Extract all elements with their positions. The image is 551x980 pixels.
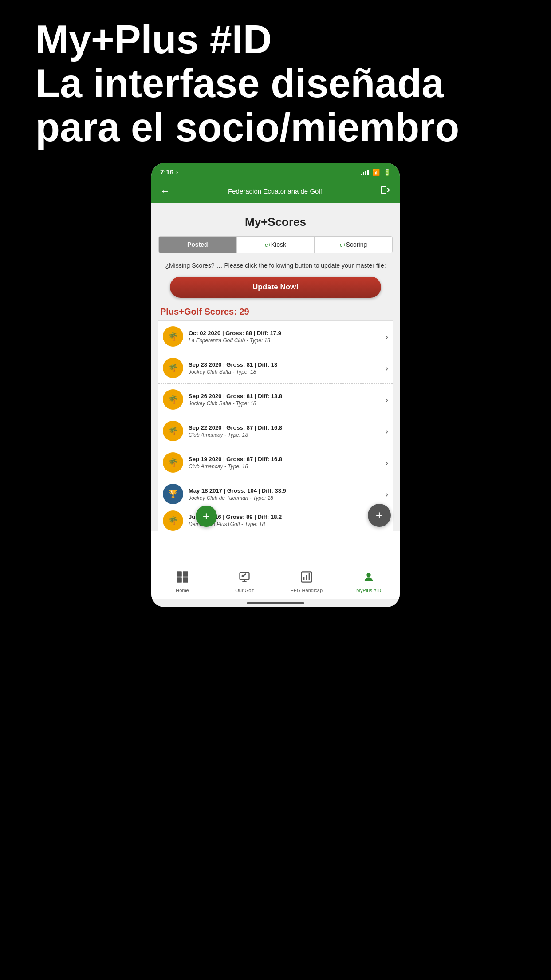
- score-info: May 18 2017 | Gross: 104 | Diff: 33.9 Jo…: [189, 487, 382, 501]
- bottom-nav-our-golf-label: Our Golf: [235, 588, 254, 593]
- fab-add-dark-button[interactable]: +: [368, 504, 391, 527]
- svg-text:🌴: 🌴: [168, 363, 178, 373]
- score-icon-palm: 🌴: [163, 510, 183, 531]
- outer-title-block: My+Plus #ID La interfase diseñada para e…: [0, 0, 551, 163]
- home-icon: [176, 571, 189, 586]
- bottom-nav: Home Our Golf FEG Handicap MyPlus #ID: [151, 567, 400, 599]
- bottom-nav-myplus-id[interactable]: MyPlus #ID: [338, 571, 400, 593]
- chevron-right-icon: ›: [385, 332, 388, 342]
- location-icon: ›: [176, 169, 178, 175]
- chevron-right-icon: ›: [385, 426, 388, 436]
- score-icon-palm: 🌴: [163, 421, 183, 441]
- feg-handicap-icon: [300, 571, 313, 586]
- score-info: Jun 08 2016 | Gross: 89 | Diff: 18.2 Dem…: [189, 514, 382, 527]
- nav-bar: ← Federación Ecuatoriana de Golf: [151, 179, 400, 203]
- list-item[interactable]: 🌴 Sep 22 2020 | Gross: 87 | Diff: 16.8 C…: [158, 415, 393, 447]
- score-info: Sep 22 2020 | Gross: 87 | Diff: 16.8 Clu…: [189, 424, 382, 438]
- battery-icon: 🔋: [383, 169, 391, 176]
- our-golf-icon: [238, 571, 251, 586]
- chevron-right-icon: ›: [385, 395, 388, 405]
- svg-text:🌴: 🌴: [168, 516, 178, 526]
- svg-rect-18: [240, 573, 249, 580]
- bottom-nav-home-label: Home: [176, 588, 189, 593]
- bottom-nav-feg-handicap-label: FEG Handicap: [291, 588, 323, 593]
- score-icon-palm: 🌴: [163, 358, 183, 378]
- svg-rect-14: [177, 571, 182, 577]
- score-icon-palm: 🌴: [163, 326, 183, 347]
- svg-text:🌴: 🌴: [168, 458, 178, 467]
- home-indicator: [151, 599, 400, 607]
- time-display: 7:16: [160, 168, 173, 176]
- chevron-right-icon: ›: [385, 363, 388, 373]
- score-info: Oct 02 2020 | Gross: 88 | Diff: 17.9 La …: [189, 330, 382, 344]
- scores-heading: Plus+Golf Scores: 29: [160, 307, 393, 317]
- score-icon-trophy: 🏆: [163, 484, 183, 504]
- status-bar-left: 7:16 ›: [160, 168, 178, 176]
- main-content: My+Scores Posted e+Kiosk e+Scoring ¿Miss…: [151, 203, 400, 531]
- bottom-nav-feg-handicap[interactable]: FEG Handicap: [276, 571, 338, 593]
- svg-text:🌴: 🌴: [168, 332, 178, 341]
- update-now-button[interactable]: Update Now!: [170, 277, 381, 298]
- back-button[interactable]: ←: [160, 186, 170, 197]
- fab-add-green-button[interactable]: +: [196, 506, 217, 527]
- bottom-nav-home[interactable]: Home: [151, 571, 213, 593]
- phone-frame: 7:16 › 📶 🔋 ← Federación Ecuatoriana de G…: [151, 163, 400, 607]
- chevron-right-icon: ›: [385, 458, 388, 468]
- page-title: My+Scores: [158, 215, 393, 229]
- outer-title: My+Plus #ID La interfase diseñada para e…: [35, 18, 516, 150]
- list-item[interactable]: 🌴 Jun 08 2016 | Gross: 89 | Diff: 18.2 D…: [158, 510, 393, 531]
- svg-point-24: [366, 573, 370, 577]
- tab-kiosk[interactable]: e+Kiosk: [237, 237, 315, 253]
- missing-note: ¿Missing Scores? … Please click the foll…: [158, 261, 393, 270]
- status-bar-right: 📶 🔋: [361, 169, 391, 176]
- list-item[interactable]: 🌴 Sep 28 2020 | Gross: 81 | Diff: 13 Joc…: [158, 352, 393, 384]
- logout-button[interactable]: [380, 185, 391, 198]
- score-icon-palm: 🌴: [163, 389, 183, 410]
- list-item[interactable]: 🌴 Oct 02 2020 | Gross: 88 | Diff: 17.9 L…: [158, 321, 393, 352]
- signal-icon: [361, 169, 369, 175]
- status-bar: 7:16 › 📶 🔋: [151, 163, 400, 179]
- tab-scoring[interactable]: e+Scoring: [315, 237, 392, 253]
- svg-rect-16: [177, 577, 182, 583]
- svg-rect-15: [183, 571, 188, 577]
- svg-text:🏆: 🏆: [168, 489, 178, 499]
- score-info: Sep 28 2020 | Gross: 81 | Diff: 13 Jocke…: [189, 361, 382, 375]
- tabs-container: Posted e+Kiosk e+Scoring: [158, 236, 393, 253]
- list-item[interactable]: 🏆 May 18 2017 | Gross: 104 | Diff: 33.9 …: [158, 478, 393, 510]
- bottom-nav-our-golf[interactable]: Our Golf: [213, 571, 276, 593]
- list-item[interactable]: 🌴 Sep 19 2020 | Gross: 87 | Diff: 16.8 C…: [158, 447, 393, 478]
- score-icon-palm: 🌴: [163, 452, 183, 473]
- nav-title: Federación Ecuatoriana de Golf: [228, 187, 322, 195]
- score-list: 🌴 Oct 02 2020 | Gross: 88 | Diff: 17.9 L…: [158, 320, 393, 531]
- wifi-icon: 📶: [372, 169, 380, 176]
- svg-text:🌴: 🌴: [168, 426, 178, 436]
- chevron-right-icon: ›: [385, 489, 388, 499]
- score-info: Sep 26 2020 | Gross: 81 | Diff: 13.8 Joc…: [189, 393, 382, 407]
- score-info: Sep 19 2020 | Gross: 87 | Diff: 16.8 Clu…: [189, 456, 382, 470]
- svg-rect-17: [183, 577, 188, 583]
- svg-text:🌴: 🌴: [168, 395, 178, 404]
- home-indicator-bar: [247, 602, 304, 604]
- list-item[interactable]: 🌴 Sep 26 2020 | Gross: 81 | Diff: 13.8 J…: [158, 384, 393, 415]
- myplus-id-icon: [362, 571, 375, 586]
- bottom-nav-myplus-id-label: MyPlus #ID: [356, 588, 381, 593]
- tab-posted[interactable]: Posted: [159, 237, 237, 253]
